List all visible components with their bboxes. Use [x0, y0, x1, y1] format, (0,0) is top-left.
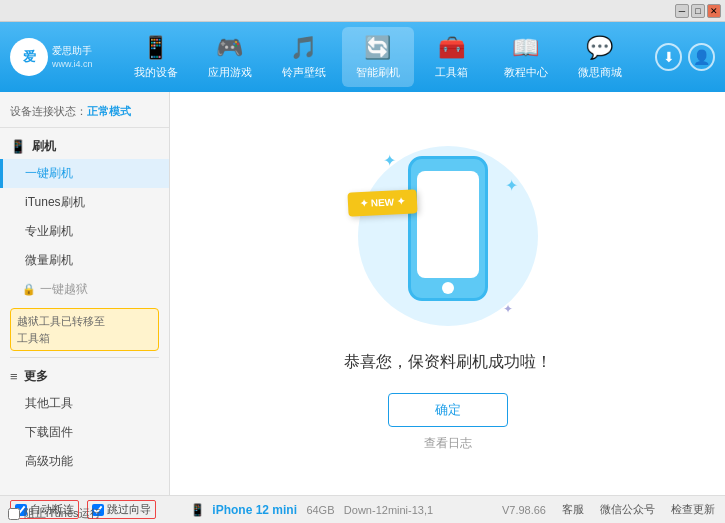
close-button[interactable]: ✕: [707, 4, 721, 18]
sidebar-item-advanced[interactable]: 高级功能: [0, 447, 169, 476]
download-nav-button[interactable]: ⬇: [655, 43, 682, 71]
skip-guide-label: 跳过向导: [107, 502, 151, 517]
user-nav-button[interactable]: 👤: [688, 43, 715, 71]
flash-section-label: 刷机: [32, 138, 56, 155]
phone-screen: [417, 171, 479, 278]
other-tools-label: 其他工具: [25, 396, 73, 410]
device-model: Down-12mini-13,1: [344, 504, 433, 516]
sidebar-item-micro-flash[interactable]: 微量刷机: [0, 246, 169, 275]
status-label: 设备连接状态：: [10, 105, 87, 117]
logo-area: 爱 爱思助手 www.i4.cn: [10, 38, 100, 76]
nav-item-wechat-shop[interactable]: 💬 微思商城: [564, 27, 636, 87]
sidebar-item-download-firmware[interactable]: 下载固件: [0, 418, 169, 447]
maximize-button[interactable]: □: [691, 4, 705, 18]
view-log-link[interactable]: 查看日志: [424, 435, 472, 452]
nav-label-apps-games: 应用游戏: [208, 65, 252, 80]
title-bar: ─ □ ✕: [0, 0, 725, 22]
stop-itunes-checkbox[interactable]: [8, 508, 20, 520]
nav-item-smart-flash[interactable]: 🔄 智能刷机: [342, 27, 414, 87]
customer-service-link[interactable]: 客服: [562, 502, 584, 517]
flash-section-icon: 📱: [10, 139, 26, 154]
bell-icon: 🎵: [290, 35, 317, 61]
pro-flash-label: 专业刷机: [25, 224, 73, 238]
tutorial-icon: 📖: [512, 35, 539, 61]
logo-icon: 爱: [10, 38, 48, 76]
nav-item-my-device[interactable]: 📱 我的设备: [120, 27, 192, 87]
phone-icon: 📱: [142, 35, 169, 61]
sidebar-flash-header: 📱 刷机: [0, 134, 169, 159]
confirm-button[interactable]: 确定: [388, 393, 508, 427]
star-icon-1: ✦: [383, 151, 396, 170]
sidebar-item-itunes-flash[interactable]: iTunes刷机: [0, 188, 169, 217]
one-click-flash-label: 一键刷机: [25, 166, 73, 180]
nav-label-tutorial: 教程中心: [504, 65, 548, 80]
games-icon: 🎮: [216, 35, 243, 61]
sidebar-divider: [10, 357, 159, 358]
device-storage: 64GB: [306, 504, 334, 516]
window-controls: ─ □ ✕: [675, 4, 721, 18]
wechat-public-link[interactable]: 微信公众号: [600, 502, 655, 517]
nav-right-area: ⬇ 👤: [655, 43, 715, 71]
phone-home-button: [442, 282, 454, 294]
sidebar-item-one-click-flash[interactable]: 一键刷机: [0, 159, 169, 188]
nav-item-ringtones[interactable]: 🎵 铃声壁纸: [268, 27, 340, 87]
check-update-link[interactable]: 检查更新: [671, 502, 715, 517]
flash-icon: 🔄: [364, 35, 391, 61]
minimize-button[interactable]: ─: [675, 4, 689, 18]
bottom-bar: 自动断连 跳过向导 📱 iPhone 12 mini 64GB Down-12m…: [0, 495, 725, 523]
device-name: iPhone 12 mini: [212, 503, 297, 517]
new-badge: ✦ NEW ✦: [347, 189, 417, 217]
version-text: V7.98.66: [502, 504, 546, 516]
content-area: ✦ ✦ ✦ ✦ NEW ✦ 恭喜您，保资料刷机成功啦！ 确定 查看日志: [170, 92, 725, 495]
itunes-flash-label: iTunes刷机: [25, 195, 85, 209]
sidebar-warning-box: 越狱工具已转移至工具箱: [10, 308, 159, 351]
stop-itunes-label: 阻止iTunes运行: [24, 506, 101, 521]
sidebar-more-header: ≡ 更多: [0, 364, 169, 389]
nav-item-toolbox[interactable]: 🧰 工具箱: [416, 27, 488, 87]
nav-item-apps-games[interactable]: 🎮 应用游戏: [194, 27, 266, 87]
nav-label-toolbox: 工具箱: [435, 65, 468, 80]
phone-shape: [408, 156, 488, 301]
bottom-right-area: V7.98.66 客服 微信公众号 检查更新: [502, 502, 715, 517]
device-info-area: 📱 iPhone 12 mini 64GB Down-12mini-13,1: [180, 503, 502, 517]
shop-icon: 💬: [586, 35, 613, 61]
jailbreak-label: 一键越狱: [40, 281, 88, 298]
nav-label-wechat-shop: 微思商城: [578, 65, 622, 80]
star-icon-2: ✦: [505, 176, 518, 195]
status-value: 正常模式: [87, 105, 131, 117]
sidebar-item-pro-flash[interactable]: 专业刷机: [0, 217, 169, 246]
download-firmware-label: 下载固件: [25, 425, 73, 439]
advanced-label: 高级功能: [25, 454, 73, 468]
logo-text: 爱思助手 www.i4.cn: [52, 44, 93, 71]
micro-flash-label: 微量刷机: [25, 253, 73, 267]
nav-label-my-device: 我的设备: [134, 65, 178, 80]
sidebar-item-other-tools[interactable]: 其他工具: [0, 389, 169, 418]
nav-item-tutorial[interactable]: 📖 教程中心: [490, 27, 562, 87]
device-status-bar: 设备连接状态：正常模式: [0, 100, 169, 128]
nav-items: 📱 我的设备 🎮 应用游戏 🎵 铃声壁纸 🔄 智能刷机 🧰 工具箱 📖 教程中心…: [100, 27, 655, 87]
phone-illustration: ✦ ✦ ✦ ✦ NEW ✦: [358, 136, 538, 336]
top-nav: 爱 爱思助手 www.i4.cn 📱 我的设备 🎮 应用游戏 🎵 铃声壁纸 🔄 …: [0, 22, 725, 92]
device-icon: 📱: [190, 503, 205, 517]
stop-itunes-bar: 阻止iTunes运行: [8, 506, 101, 521]
success-panel: ✦ ✦ ✦ ✦ NEW ✦ 恭喜您，保资料刷机成功啦！ 确定 查看日志: [344, 136, 552, 452]
nav-label-ringtones: 铃声壁纸: [282, 65, 326, 80]
main-area: 设备连接状态：正常模式 📱 刷机 一键刷机 iTunes刷机 专业刷机 微量刷机…: [0, 92, 725, 495]
lock-icon: 🔒: [22, 283, 36, 296]
sidebar: 设备连接状态：正常模式 📱 刷机 一键刷机 iTunes刷机 专业刷机 微量刷机…: [0, 92, 170, 495]
star-icon-3: ✦: [503, 302, 513, 316]
warning-text: 越狱工具已转移至工具箱: [17, 315, 105, 344]
success-message: 恭喜您，保资料刷机成功啦！: [344, 352, 552, 373]
more-section-label: 更多: [24, 368, 48, 385]
nav-label-smart-flash: 智能刷机: [356, 65, 400, 80]
toolbox-icon: 🧰: [438, 35, 465, 61]
more-section-icon: ≡: [10, 369, 18, 384]
sidebar-item-jailbreak-disabled: 🔒 一键越狱: [0, 275, 169, 304]
